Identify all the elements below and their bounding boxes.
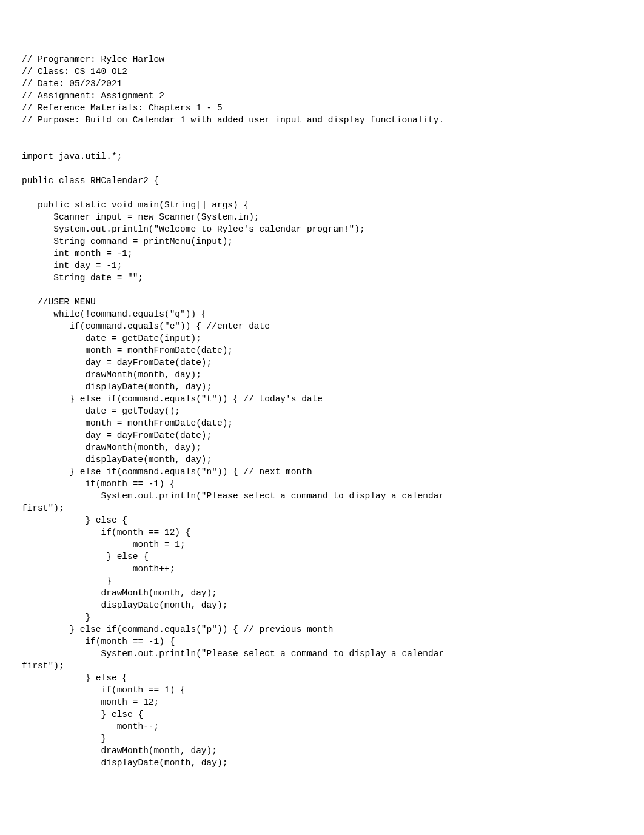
code-line: String date = "";: [22, 273, 143, 283]
code-line: System.out.println("Welcome to Rylee's c…: [22, 224, 365, 234]
code-line: if(command.equals("e")) { //enter date: [22, 321, 270, 331]
code-line: } else {: [22, 709, 143, 719]
code-line: // Assignment: Assignment 2: [22, 91, 164, 101]
code-line: System.out.println("Please select a comm…: [22, 649, 444, 659]
code-line: import java.util.*;: [22, 152, 122, 161]
code-line: drawMonth(month, day);: [22, 746, 217, 756]
code-line: public static void main(String[] args) {: [22, 200, 249, 210]
code-line: // Date: 05/23/2021: [22, 79, 122, 89]
code-line: // Class: CS 140 OL2: [22, 67, 127, 76]
code-line: month--;: [22, 722, 159, 731]
code-line: month = monthFromDate(date);: [22, 346, 233, 355]
code-line: date = getDate(input);: [22, 334, 201, 343]
code-line: }: [22, 734, 106, 743]
code-line: String command = printMenu(input);: [22, 236, 233, 246]
code-line: //USER MENU: [22, 297, 96, 307]
code-line: drawMonth(month, day);: [22, 588, 217, 598]
code-line: // Purpose: Build on Calendar 1 with add…: [22, 115, 444, 125]
code-line: drawMonth(month, day);: [22, 443, 201, 452]
code-line: public class RHCalendar2 {: [22, 176, 159, 186]
code-line: displayDate(month, day);: [22, 600, 227, 610]
code-line: // Programmer: Rylee Harlow: [22, 55, 164, 64]
code-line: day = dayFromDate(date);: [22, 358, 212, 367]
code-line: int day = -1;: [22, 261, 122, 270]
code-line: int month = -1;: [22, 249, 133, 258]
code-line: displayDate(month, day);: [22, 382, 212, 392]
code-line: drawMonth(month, day);: [22, 370, 201, 380]
code-line: System.out.println("Please select a comm…: [22, 491, 444, 501]
code-line: if(month == 12) {: [22, 528, 190, 537]
code-line: } else if(command.equals("t")) { // toda…: [22, 394, 323, 404]
code-line: Scanner input = new Scanner(System.in);: [22, 212, 260, 222]
code-line: } else if(command.equals("n")) { // next…: [22, 467, 312, 477]
code-line: } else if(command.equals("p")) { // prev…: [22, 625, 333, 634]
code-line: month = 12;: [22, 697, 159, 707]
code-line: }: [22, 612, 90, 622]
code-line: if(month == 1) {: [22, 685, 186, 695]
code-line: if(month == -1) {: [22, 479, 175, 489]
code-line: month++;: [22, 564, 175, 574]
code-line: displayDate(month, day);: [22, 455, 212, 464]
code-line: first");: [22, 661, 64, 671]
code-line: while(!command.equals("q")) {: [22, 309, 207, 319]
code-block: // Programmer: Rylee Harlow // Class: CS…: [22, 53, 622, 769]
code-line: displayDate(month, day);: [22, 758, 227, 768]
code-line: month = monthFromDate(date);: [22, 418, 233, 428]
code-line: } else {: [22, 552, 149, 562]
code-line: month = 1;: [22, 540, 186, 549]
code-line: if(month == -1) {: [22, 637, 175, 646]
code-line: // Reference Materials: Chapters 1 - 5: [22, 103, 223, 113]
code-line: first");: [22, 503, 64, 513]
code-line: } else {: [22, 673, 127, 683]
code-line: date = getToday();: [22, 406, 180, 416]
code-line: }: [22, 576, 112, 586]
code-line: day = dayFromDate(date);: [22, 431, 212, 440]
code-line: } else {: [22, 515, 127, 525]
